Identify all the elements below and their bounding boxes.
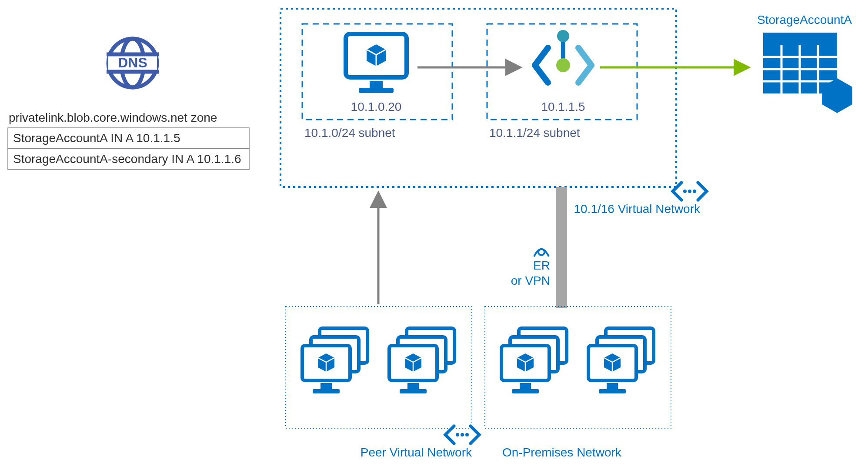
vm-ip-label: 10.1.0.20 [351, 100, 402, 113]
svg-rect-9 [370, 81, 383, 88]
gateway-icon [534, 249, 549, 256]
svg-point-57 [456, 433, 459, 436]
storage-icon [763, 33, 852, 113]
onprem-vm-group-1 [501, 328, 567, 393]
er-vpn-label-2: or VPN [511, 274, 550, 287]
dns-record-row: StorageAccountA IN A 10.1.1.5 [13, 131, 180, 145]
peer-vm-group-1 [302, 328, 367, 393]
svg-point-14 [557, 30, 569, 42]
svg-rect-32 [320, 383, 332, 389]
svg-point-58 [461, 433, 464, 436]
svg-rect-33 [313, 389, 340, 393]
vnet-cidr-label: 10.1/16 Virtual Network [574, 202, 701, 216]
svg-point-18 [693, 190, 696, 193]
private-endpoint-icon [535, 30, 591, 83]
dns-record-row: StorageAccountA-secondary IN A 10.1.1.6 [13, 152, 241, 166]
dns-zone-label: privatelink.blob.core.windows.net zone [9, 111, 217, 124]
svg-point-17 [688, 190, 691, 193]
dns-icon: DNS [107, 39, 159, 87]
svg-text:DNS: DNS [118, 55, 147, 70]
svg-point-59 [465, 433, 469, 436]
peer-network-label: Peer Virtual Network [361, 446, 472, 459]
vnet-glyph-icon [673, 183, 707, 200]
er-vpn-label-1: ER [533, 259, 550, 272]
svg-rect-40 [400, 389, 427, 393]
svg-rect-54 [599, 389, 626, 393]
svg-rect-19 [763, 33, 837, 45]
svg-rect-10 [359, 88, 394, 93]
svg-rect-46 [520, 383, 531, 389]
svg-rect-39 [407, 383, 419, 389]
subnet-a-label: 10.1.0/24 subnet [304, 126, 395, 140]
onprem-vm-group-2 [588, 328, 654, 393]
pe-ip-label: 10.1.1.5 [541, 100, 585, 113]
peer-vm-group-2 [389, 328, 454, 393]
svg-rect-53 [607, 383, 618, 389]
vm-icon [346, 34, 407, 93]
subnet-b-label: 10.1.1/24 subnet [489, 126, 580, 140]
svg-point-15 [556, 58, 570, 72]
svg-point-16 [683, 190, 687, 193]
onprem-network-label: On-Premises Network [502, 446, 622, 459]
svg-rect-47 [512, 389, 539, 393]
vnet-box [280, 9, 676, 187]
er-vpn-bar [556, 187, 567, 308]
dns-records-table: StorageAccountA IN A 10.1.1.5 StorageAcc… [8, 128, 249, 170]
storage-label: StorageAccountA [757, 13, 852, 27]
